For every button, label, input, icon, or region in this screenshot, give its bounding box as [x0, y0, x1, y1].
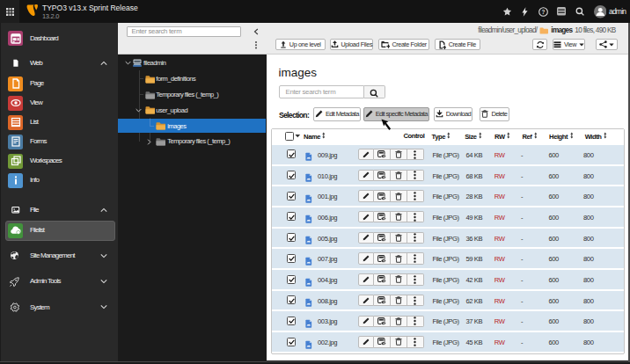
svg-text:?: ? — [541, 8, 545, 14]
